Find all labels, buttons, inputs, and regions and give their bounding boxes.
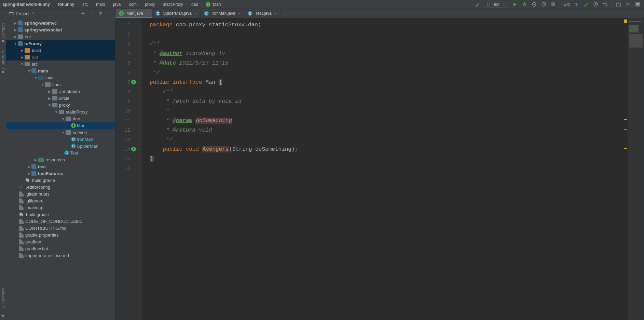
line-number[interactable]: 1 bbox=[115, 20, 141, 30]
tree-resources[interactable]: ▶resources bbox=[6, 156, 115, 163]
run-config-dropdown[interactable]: Test ▼ bbox=[484, 1, 509, 8]
tree-Man[interactable]: IMan bbox=[6, 122, 115, 129]
tree-com[interactable]: ▼com bbox=[6, 81, 115, 88]
line-number[interactable]: 10 bbox=[115, 106, 141, 116]
tree-java[interactable]: ▼java bbox=[6, 74, 115, 81]
tool-favorites-tab[interactable]: 2: Favorites bbox=[1, 288, 5, 308]
implementers-gutter-icon[interactable]: I↓ bbox=[131, 79, 139, 84]
crumb-7[interactable]: staticProxy bbox=[162, 2, 184, 7]
error-stripe[interactable] bbox=[623, 18, 628, 320]
git-history-icon[interactable] bbox=[592, 1, 599, 8]
tree-Test[interactable]: CTest bbox=[6, 149, 115, 156]
crumb-6[interactable]: proxy bbox=[144, 2, 155, 7]
warning-mark[interactable] bbox=[624, 148, 627, 149]
tab-ironman[interactable]: C IronMan.java × bbox=[201, 9, 244, 18]
warning-mark[interactable] bbox=[624, 129, 627, 130]
crumb-class[interactable]: Man bbox=[212, 2, 221, 7]
close-icon[interactable]: × bbox=[194, 11, 197, 16]
tree-test[interactable]: ▶test bbox=[6, 163, 115, 170]
hide-icon[interactable]: — bbox=[107, 11, 112, 16]
crumb-root[interactable]: spring-framework-funny bbox=[2, 2, 51, 7]
tree-circle[interactable]: ▶circle bbox=[6, 95, 115, 102]
tool-structure-tab[interactable]: Z: Structure bbox=[1, 50, 5, 73]
line-number[interactable]: 3 bbox=[115, 39, 141, 49]
tree-mailmap[interactable]: .mailmap bbox=[6, 204, 115, 211]
ide-update-icon[interactable] bbox=[615, 1, 621, 8]
line-number[interactable]: 13 bbox=[115, 135, 141, 145]
search-everywhere-icon[interactable] bbox=[634, 1, 641, 8]
run-button[interactable] bbox=[512, 1, 518, 8]
expand-all-icon[interactable]: ≑ bbox=[89, 11, 95, 16]
tree-SpiderMan[interactable]: CSpiderMan bbox=[6, 143, 115, 149]
close-icon[interactable]: × bbox=[238, 11, 241, 16]
tree-out[interactable]: ▶out bbox=[6, 54, 115, 61]
tree-IronMan[interactable]: CIronMan bbox=[6, 136, 115, 143]
tree-dao[interactable]: ▼dao bbox=[6, 115, 115, 122]
line-number[interactable]: 12 bbox=[115, 125, 141, 135]
minimap[interactable] bbox=[628, 18, 644, 320]
tree-gitignore[interactable]: .gitignore bbox=[6, 197, 115, 204]
implementers-gutter-icon[interactable]: I↓ bbox=[131, 146, 139, 151]
crumb-8[interactable]: dao bbox=[191, 2, 199, 7]
line-number[interactable]: 16 bbox=[115, 164, 141, 173]
tree-build-gradle[interactable]: 🐘build.gradle bbox=[6, 177, 115, 184]
line-number[interactable]: 8 bbox=[115, 87, 141, 97]
tree-gradlew[interactable]: gradlew bbox=[6, 238, 115, 245]
tab-test[interactable]: C Test.java × bbox=[244, 9, 280, 18]
git-commit-icon[interactable] bbox=[583, 1, 589, 8]
tree-module-websocket[interactable]: ▶spring-websocket bbox=[6, 26, 115, 33]
tree-build[interactable]: ▶build bbox=[6, 47, 115, 54]
code-content[interactable]: package com.proxy.staticProxy.dao; /** *… bbox=[141, 18, 623, 320]
tree-gradle-props[interactable]: gradle.properties bbox=[6, 231, 115, 238]
tree-editorconfig[interactable]: ⚙.editorconfig bbox=[6, 184, 115, 190]
settings-icon[interactable]: ✻ bbox=[98, 11, 104, 16]
debug-button[interactable] bbox=[521, 1, 527, 8]
tree-module-webmvc[interactable]: ▶spring-webmvc bbox=[6, 19, 115, 26]
tree-toFunny[interactable]: ▼toFunny bbox=[6, 40, 115, 47]
build-icon[interactable] bbox=[474, 1, 480, 8]
tree-coc[interactable]: CODE_OF_CONDUCT.adoc bbox=[6, 218, 115, 225]
tool-project-tab[interactable]: 1: Project bbox=[1, 23, 5, 42]
coverage-button[interactable] bbox=[531, 1, 537, 8]
tree-src-top[interactable]: ▶src bbox=[6, 33, 115, 40]
crumb-3[interactable]: main bbox=[95, 2, 106, 7]
tree-annotation[interactable]: ▶annotation bbox=[6, 88, 115, 95]
crumb-1[interactable]: toFunny bbox=[57, 2, 75, 7]
line-gutter[interactable]: 1 2 3 4 5 6 7 8 9 10 11 12 13 14 15 16 I… bbox=[115, 18, 141, 320]
tree-main[interactable]: ▼main bbox=[6, 67, 115, 74]
tree-contributing[interactable]: CONTRIBUTING.md bbox=[6, 225, 115, 231]
tree-import-eclipse[interactable]: import-into-eclipse.md bbox=[6, 252, 115, 259]
warning-mark[interactable] bbox=[624, 119, 627, 120]
tree-gradlew-bat[interactable]: gradlew.bat bbox=[6, 245, 115, 252]
git-rollback-icon[interactable] bbox=[602, 1, 608, 8]
project-tree[interactable]: ▶spring-webmvc ▶spring-websocket ▶src ▼t… bbox=[6, 18, 115, 320]
stop-button[interactable] bbox=[550, 1, 556, 8]
line-number[interactable]: 15 bbox=[115, 154, 141, 164]
profiler-button[interactable] bbox=[540, 1, 547, 8]
tree-proxy[interactable]: ▼proxy bbox=[6, 102, 115, 108]
line-number[interactable]: 9 bbox=[115, 97, 141, 106]
tree-testFixtures[interactable]: ▶testFixtures bbox=[6, 170, 115, 177]
line-number[interactable]: 2 bbox=[115, 30, 141, 39]
line-number[interactable]: 5 bbox=[115, 58, 141, 68]
locate-file-icon[interactable]: ⊕ bbox=[80, 11, 86, 16]
crumb-5[interactable]: com bbox=[128, 2, 137, 7]
tab-spiderman[interactable]: C SpiderMan.java × bbox=[152, 9, 201, 18]
crumb-2[interactable]: src bbox=[82, 2, 88, 7]
analysis-status-icon[interactable] bbox=[624, 19, 627, 23]
code-editor[interactable]: 1 2 3 4 5 6 7 8 9 10 11 12 13 14 15 16 I… bbox=[115, 18, 644, 320]
line-number[interactable]: 6 bbox=[115, 68, 141, 78]
tree-gitattributes[interactable]: .gitattributes bbox=[6, 190, 115, 197]
tree-service[interactable]: ▼service bbox=[6, 129, 115, 136]
close-icon[interactable]: × bbox=[274, 11, 277, 16]
git-update-icon[interactable] bbox=[573, 1, 579, 8]
tree-src[interactable]: ▼src bbox=[6, 61, 115, 67]
translate-icon[interactable]: 文A bbox=[625, 1, 631, 8]
crumb-4[interactable]: java bbox=[112, 2, 121, 7]
line-number[interactable]: 11 bbox=[115, 116, 141, 125]
line-number[interactable]: 4 bbox=[115, 49, 141, 58]
project-view-dropdown[interactable]: Project ▼ bbox=[9, 11, 35, 16]
tree-build-gradle-root[interactable]: 🐘build.gradle bbox=[6, 211, 115, 218]
tree-staticProxy[interactable]: ▼staticProxy bbox=[6, 108, 115, 115]
close-icon[interactable]: × bbox=[146, 11, 149, 16]
